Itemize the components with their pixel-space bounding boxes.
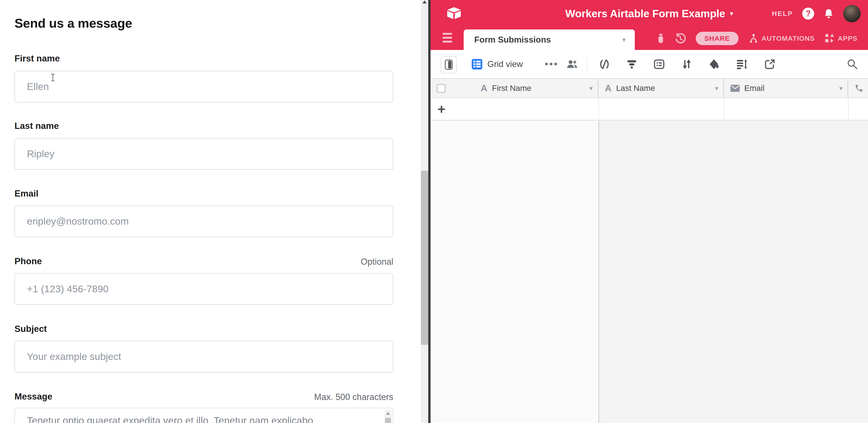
email-label: Email [14, 188, 38, 199]
select-all-checkbox[interactable] [437, 84, 445, 93]
row-height-icon[interactable] [737, 50, 747, 78]
automations-icon [749, 34, 758, 43]
search-icon[interactable] [847, 50, 858, 78]
phone-optional-hint: Optional [361, 257, 393, 267]
toolbar-separator [587, 56, 587, 72]
color-icon[interactable] [709, 50, 719, 78]
row-select-gutter [431, 79, 474, 98]
grid-view-selector[interactable]: Grid view [472, 50, 523, 78]
history-icon[interactable] [675, 33, 686, 44]
form-title: Send us a message [14, 16, 132, 31]
text-cursor-icon [51, 73, 55, 82]
grid-column-headers: A First Name A Last Name Email [431, 78, 868, 98]
email-field-icon [731, 85, 740, 92]
page-scrollbar-thumb[interactable] [421, 171, 428, 345]
apps-button[interactable]: APPS [825, 34, 858, 43]
filter-icon[interactable] [627, 50, 637, 78]
column-header-email[interactable]: Email [724, 79, 848, 98]
tables-menu-icon[interactable] [442, 33, 452, 42]
airtable-pane: Workers Airtable Form Example HELP ? For… [431, 0, 868, 423]
column-divider [598, 98, 599, 120]
column-header-phone[interactable]: Phone [848, 79, 868, 98]
first-name-label: First name [14, 53, 60, 63]
airtable-tablebar: Form Submissions SHARE [431, 27, 868, 50]
grid-view-icon [472, 59, 482, 69]
user-avatar[interactable] [843, 5, 861, 22]
table-tab-form-submissions[interactable]: Form Submissions [464, 29, 635, 50]
apps-icon [825, 34, 834, 43]
automations-label: AUTOMATIONS [762, 34, 815, 42]
add-record-row[interactable]: + [431, 98, 868, 120]
chevron-down-icon[interactable] [839, 85, 842, 92]
message-textarea[interactable]: Tenetur optio quaerat expedita vero et i… [14, 408, 393, 423]
collaborators-icon[interactable] [567, 50, 578, 78]
message-label: Message [14, 391, 53, 401]
phone-label: Phone [14, 256, 42, 266]
subject-input[interactable] [14, 341, 393, 372]
column-header-last-name[interactable]: A Last Name [598, 79, 724, 98]
share-view-icon[interactable] [765, 50, 775, 78]
view-toolbar: Grid view ••• [431, 50, 868, 78]
single-line-text-icon: A [605, 84, 612, 93]
apps-label: APPS [838, 34, 858, 42]
sort-icon[interactable] [682, 50, 692, 78]
trash-icon[interactable] [657, 33, 665, 43]
chevron-down-icon[interactable] [730, 9, 733, 18]
chevron-down-icon[interactable] [589, 85, 593, 92]
message-text: Tenetur optio quaerat expedita vero et i… [27, 414, 376, 423]
grid-empty-area [599, 121, 868, 423]
first-name-input[interactable] [14, 71, 393, 102]
phone-input[interactable] [14, 273, 393, 305]
email-input[interactable] [14, 206, 393, 237]
window-split-divider[interactable] [428, 0, 431, 423]
column-name: Email [744, 84, 839, 93]
airtable-topbar: Workers Airtable Form Example HELP ? [431, 0, 868, 27]
column-name: First Name [492, 84, 589, 93]
column-name: Last Name [616, 84, 715, 93]
single-line-text-icon: A [481, 84, 487, 93]
message-scrollbar[interactable] [384, 410, 392, 423]
question-mark-icon[interactable]: ? [802, 8, 814, 20]
view-name: Grid view [487, 59, 523, 69]
phone-field-icon [855, 84, 863, 92]
airtable-logo-icon[interactable] [447, 5, 461, 20]
scroll-up-arrow-icon[interactable] [386, 412, 390, 415]
table-tab-label: Form Submissions [474, 35, 622, 44]
view-sidebar-toggle-button[interactable] [441, 56, 457, 73]
scroll-up-arrow-icon[interactable] [423, 0, 427, 3]
page-scrollbar[interactable] [421, 0, 428, 423]
subject-label: Subject [14, 324, 47, 334]
group-icon[interactable] [654, 50, 664, 78]
last-name-label: Last name [14, 121, 59, 131]
automations-button[interactable]: AUTOMATIONS [749, 34, 815, 43]
message-max-chars-hint: Max. 500 characters [314, 392, 393, 402]
share-button[interactable]: SHARE [696, 32, 739, 45]
view-options-ellipsis-icon[interactable]: ••• [545, 50, 559, 78]
help-button[interactable]: HELP [772, 10, 793, 18]
chevron-down-icon[interactable] [715, 85, 718, 92]
last-name-input[interactable] [14, 138, 393, 170]
column-divider [724, 98, 724, 120]
column-header-first-name[interactable]: A First Name [474, 79, 598, 98]
contact-form-pane: Send us a message First name Last name E… [0, 0, 421, 423]
grid-empty-area [431, 121, 598, 423]
add-record-plus-icon[interactable]: + [437, 98, 445, 120]
frozen-column-divider [598, 121, 599, 423]
hide-fields-icon[interactable] [599, 50, 610, 78]
column-divider [848, 98, 849, 120]
message-scrollbar-thumb[interactable] [385, 418, 391, 423]
chevron-down-icon[interactable] [622, 36, 626, 43]
base-title[interactable]: Workers Airtable Form Example [565, 7, 725, 20]
sidebar-toggle-icon [445, 59, 453, 70]
notifications-bell-icon[interactable] [824, 8, 834, 19]
